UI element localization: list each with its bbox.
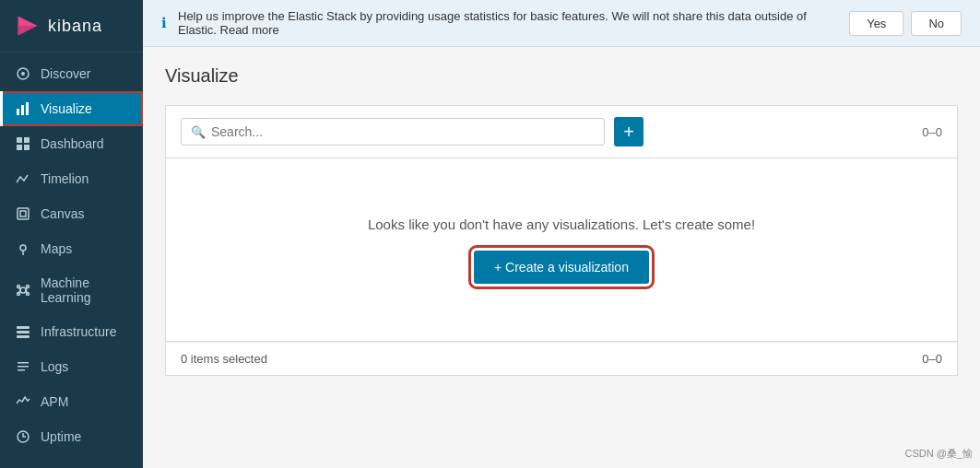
maps-icon [15,240,31,257]
sidebar-logo: kibana [0,0,143,53]
page-content: Visualize 🔍 + 0–0 Looks like you don't h… [143,47,980,468]
sidebar-item-infrastructure-label: Infrastructure [41,324,116,339]
svg-rect-7 [17,137,22,143]
sidebar-item-canvas-label: Canvas [41,206,84,221]
logs-icon [15,358,31,375]
svg-rect-4 [17,109,19,115]
svg-rect-28 [18,366,29,368]
sidebar-item-apm-label: APM [41,394,68,409]
svg-rect-8 [24,137,30,143]
sidebar-item-uptime-label: Uptime [41,429,81,444]
empty-message: Looks like you don't have any visualizat… [368,216,755,232]
sidebar-item-timelion[interactable]: Timelion [0,161,143,196]
footer-row: 0 items selected 0–0 [165,342,958,376]
sidebar-logo-text: kibana [48,17,102,36]
uptime-icon [15,428,31,445]
svg-rect-26 [17,335,30,338]
search-input[interactable] [211,124,595,139]
svg-rect-9 [17,145,22,150]
svg-rect-29 [18,369,25,371]
visualization-area: Looks like you don't have any visualizat… [165,158,958,342]
svg-rect-11 [18,208,29,219]
sidebar-item-logs-label: Logs [41,359,68,374]
sidebar-item-infrastructure[interactable]: Infrastructure [0,314,143,349]
visualize-icon [15,100,31,117]
main-content: ℹ Help us improve the Elastic Stack by p… [143,0,980,468]
svg-rect-10 [24,145,30,150]
svg-rect-25 [17,331,30,333]
items-selected: 0 items selected [181,352,267,366]
yes-button[interactable]: Yes [849,11,903,36]
sidebar-item-timelion-label: Timelion [41,171,89,186]
svg-rect-27 [18,362,29,364]
pagination-footer: 0–0 [922,352,942,366]
svg-point-15 [20,287,26,293]
notice-buttons: Yes No [849,11,962,36]
search-input-wrapper: 🔍 [181,118,605,146]
infrastructure-icon [15,323,31,340]
sidebar-nav: Discover Visualize Dashboard Timelion Ca [0,53,143,468]
sidebar-item-visualize-label: Visualize [41,101,92,116]
create-visualization-button[interactable]: + Create a visualization [474,251,649,284]
sidebar-item-machine-learning[interactable]: Machine Learning [0,266,143,314]
svg-marker-1 [18,26,38,36]
add-visualization-button[interactable]: + [614,117,643,146]
sidebar-item-dashboard[interactable]: Dashboard [0,126,143,161]
kibana-logo-icon [15,13,41,39]
sidebar-item-apm[interactable]: APM [0,384,143,419]
sidebar-item-maps-label: Maps [41,241,72,256]
info-icon: ℹ [161,15,167,31]
sidebar-item-discover[interactable]: Discover [0,56,143,91]
no-button[interactable]: No [911,11,962,36]
page-title: Visualize [165,65,958,87]
sidebar-item-dashboard-label: Dashboard [41,136,104,151]
search-bar-row: 🔍 + 0–0 [165,105,958,158]
sidebar-item-maps[interactable]: Maps [0,231,143,266]
discover-icon [15,65,31,82]
svg-point-13 [20,245,26,251]
sidebar-item-discover-label: Discover [41,66,90,81]
canvas-icon [15,205,31,222]
search-icon: 🔍 [191,125,206,139]
sidebar-item-machine-learning-label: Machine Learning [41,275,128,305]
sidebar-item-uptime[interactable]: Uptime [0,419,143,454]
sidebar-item-logs[interactable]: Logs [0,349,143,384]
svg-rect-12 [20,211,26,216]
machine-learning-icon [15,282,31,298]
apm-icon [15,393,31,410]
timelion-icon [15,170,31,187]
svg-rect-6 [26,102,29,115]
notice-text: Help us improve the Elastic Stack by pro… [178,9,838,37]
svg-rect-24 [17,326,30,329]
pagination-info: 0–0 [922,125,942,139]
sidebar: kibana Discover Visualize Dashboard Tim [0,0,143,468]
svg-point-3 [21,72,25,76]
notice-banner: ℹ Help us improve the Elastic Stack by p… [143,0,980,47]
watermark: CSDN @桑_愉 [904,447,973,461]
sidebar-item-canvas[interactable]: Canvas [0,196,143,231]
sidebar-item-visualize[interactable]: Visualize [0,91,143,126]
dashboard-icon [15,135,31,152]
svg-rect-5 [21,105,24,115]
